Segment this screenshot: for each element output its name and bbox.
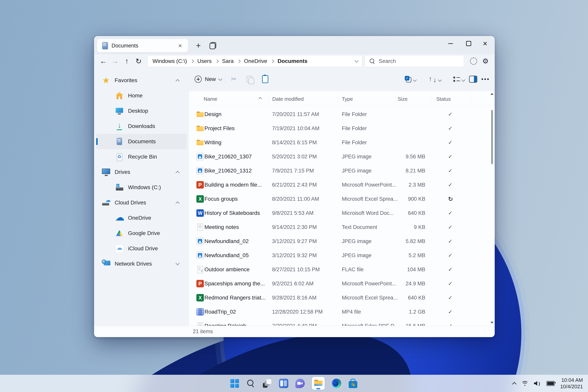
cut-button[interactable]: ✂ [228,73,240,86]
file-date-modified: 3/12/2021 9:27 PM [272,238,317,244]
tab-close-icon[interactable]: × [176,42,184,50]
section-chevron-icon[interactable] [176,202,180,206]
scrollbar[interactable] [491,91,494,326]
close-button[interactable]: × [479,38,491,49]
file-row[interactable]: Bike_210620_1307 5/20/2021 3:02 PM JPEG … [189,150,494,164]
section-chevron-icon[interactable] [176,79,180,83]
column-header-size[interactable]: Size [398,96,408,102]
file-row[interactable]: Design 7/20/2021 11:57 AM File Folder [189,107,494,121]
taskbar-search-icon[interactable] [246,379,256,388]
section-chevron-icon[interactable] [176,261,180,265]
sort-arrows-icon [429,76,436,83]
see-more-button[interactable] [481,73,490,86]
address-bar[interactable]: Windows (C:\) Users Sara OneDrive [148,55,362,67]
sidebar-item[interactable]: OneDrive [96,210,187,226]
select-button[interactable] [405,73,416,86]
breadcrumb-segment[interactable]: Windows (C:\) [152,58,197,64]
sidebar-item[interactable]: Recycle Bin [96,149,187,164]
search-input[interactable] [378,58,450,64]
section-chevron-icon[interactable] [176,171,180,175]
new-tab-button[interactable]: + [193,40,204,51]
sort-button[interactable] [429,73,441,86]
copy-button[interactable] [244,73,256,86]
sync-status-icon [448,168,452,174]
maximize-button[interactable] [462,38,475,49]
clock[interactable]: 10:04 AM 10/4/2021 [560,377,583,390]
file-row[interactable]: Spaceships among the... 9/2/2021 6:02 AM… [189,276,494,291]
file-row[interactable]: Roasting Raleigh 7/20/2021 4:40 PM Micro… [189,319,494,326]
file-row[interactable]: Outdoor ambience 8/27/2021 10:15 PM FLAC… [189,262,494,276]
scrollbar-down-arrow[interactable] [490,322,494,324]
sidebar-item[interactable]: Network Drives [96,256,187,272]
file-row[interactable]: Focus groups 8/20/2021 11:00 AM Microsof… [189,192,494,206]
file-row[interactable]: Newfoundland_05 3/12/2021 9:32 PM JPEG i… [189,248,494,262]
file-row[interactable]: History of Skateboards 9/8/2021 5:53 AM … [189,206,494,220]
battery-icon[interactable] [546,381,555,386]
file-row[interactable]: Meeting notes 9/14/2021 2:30 PM Text Doc… [189,220,494,234]
breadcrumb-segment[interactable]: Users [197,58,222,64]
hidden-icons-chevron[interactable] [512,382,517,386]
search-box[interactable] [365,55,464,67]
file-row[interactable]: Redmond Rangers triat... 9/28/2021 8:16 … [189,291,494,305]
sidebar-item[interactable]: Google Drive [96,226,187,241]
column-header-date[interactable]: Date modified [272,96,304,102]
sidebar-item[interactable]: Favorites [96,73,187,88]
back-button[interactable]: ← [98,56,109,67]
sidebar-item-icon [115,183,124,192]
address-dropdown-icon[interactable] [354,58,358,62]
edge-browser-icon[interactable] [332,379,341,388]
new-button[interactable]: New [192,73,224,86]
file-size: 640 KB [385,210,425,216]
sidebar-item[interactable]: Downloads [96,118,187,134]
details-pane-button[interactable] [469,73,477,86]
file-size: 15.6 MB [385,323,425,326]
minimize-button[interactable] [444,38,457,49]
sidebar-item[interactable]: Home [96,88,187,103]
breadcrumb-segment[interactable]: OneDrive [244,58,278,64]
forward-button[interactable]: → [109,56,121,67]
tab-list-icon[interactable] [210,42,216,49]
view-button[interactable] [453,73,465,86]
tab-documents[interactable]: Documents × [97,39,188,52]
sidebar-item[interactable]: Windows (C:) [96,180,187,195]
paste-button[interactable] [259,73,271,86]
file-date-modified: 8/14/2021 6:15 PM [272,140,317,146]
breadcrumb-segment[interactable]: Sara [222,58,244,64]
tray-date: 10/4/2021 [560,384,583,390]
sidebar-item[interactable]: Cloud Drives [96,195,187,210]
column-header-status[interactable]: Status [436,96,451,102]
volume-icon[interactable] [534,381,541,386]
file-explorer-taskbar-icon[interactable] [312,377,325,390]
column-divider[interactable] [431,95,431,103]
taskbar-icons [230,375,358,392]
column-header-type[interactable]: Type [342,96,353,102]
sidebar-item-label: Network Drives [115,261,152,267]
scrollbar-thumb[interactable] [491,110,493,164]
sidebar-item[interactable]: Desktop [96,103,187,118]
scrollbar-up-arrow[interactable] [490,93,494,95]
widgets-icon[interactable] [279,379,288,388]
up-button[interactable]: ↑ [121,56,133,67]
refresh-button[interactable]: ↻ [133,56,144,67]
file-type: JPEG image [342,238,372,244]
start-button-icon[interactable] [230,379,239,388]
settings-gear-icon[interactable]: ⚙ [482,57,489,65]
chat-icon[interactable] [295,379,305,388]
task-view-icon[interactable] [262,379,272,388]
file-row[interactable]: Newfoundland_02 3/12/2021 9:27 PM JPEG i… [189,234,494,248]
wifi-icon[interactable] [521,381,528,386]
column-header-name[interactable]: Name [204,96,217,102]
file-row[interactable]: Building a modern file... 6/21/2021 2:43… [189,178,494,192]
column-divider[interactable] [396,95,396,103]
breadcrumb-segment[interactable]: Documents [278,58,307,64]
sidebar-item[interactable]: Drives [96,164,187,180]
file-row[interactable]: Project Files 7/19/2021 10:04 AM File Fo… [189,121,494,136]
sidebar-item[interactable]: Documents [96,134,187,149]
microsoft-store-icon[interactable] [348,379,358,388]
sidebar-item[interactable]: iCloud Drive [96,241,187,256]
file-type-icon [196,238,204,245]
file-row[interactable]: RoadTrip_02 12/28/2020 12:58 PM MP4 file… [189,305,494,319]
file-row[interactable]: Bike_210620_1312 7/9/2021 7:15 PM JPEG i… [189,164,494,178]
file-row[interactable]: Writing 8/14/2021 6:15 PM File Folder [189,136,494,150]
column-divider[interactable] [470,95,471,103]
